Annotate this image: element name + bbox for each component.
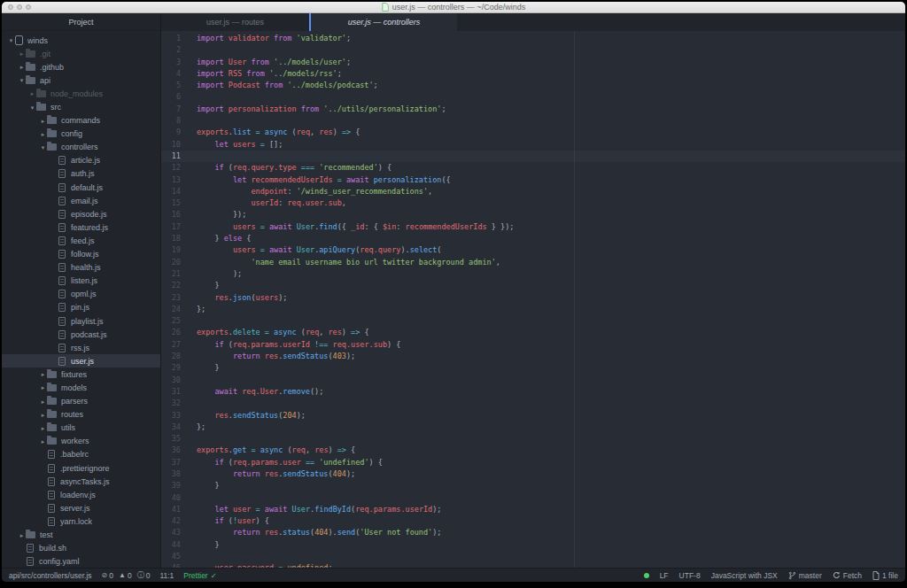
tree-item-server-js[interactable]: server.js: [2, 501, 160, 514]
code-line-8[interactable]: 8: [161, 115, 905, 127]
tree-item-user-js[interactable]: user.js: [2, 354, 160, 368]
tree-item-prettierignore[interactable]: .prettierignore: [2, 461, 160, 475]
tree-item-auth-js[interactable]: auth.js: [2, 167, 160, 181]
code-line-27[interactable]: 27 if (req.params.userId !== req.user.su…: [161, 339, 905, 351]
tree-item-utils[interactable]: ▸ utils: [2, 422, 160, 435]
tree-item-node-modules[interactable]: ▸ node_modules: [2, 87, 160, 100]
code-line-17[interactable]: 17 users = await User.find({ _id: { $in:…: [161, 221, 905, 233]
tree-item-email-js[interactable]: email.js: [2, 194, 160, 207]
code-line-39[interactable]: 39 }: [161, 480, 905, 491]
tree-item-workers[interactable]: ▸ workers: [2, 435, 160, 448]
tree-item-default-js[interactable]: default.js: [2, 181, 160, 194]
info-count[interactable]: ⓘ0: [137, 570, 151, 580]
grammar-selector[interactable]: JavaScript with JSX: [711, 571, 778, 580]
code-line-6[interactable]: 6: [161, 91, 905, 103]
tree-item-config[interactable]: ▸ config: [2, 128, 160, 141]
code-line-9[interactable]: 9 exports.list = async (req, res) => {: [161, 127, 905, 138]
code-line-43[interactable]: 43 return res.status(404).send('User not…: [161, 527, 905, 538]
code-line-1[interactable]: 1 import validator from 'validator';: [161, 33, 905, 44]
error-count[interactable]: ⊘0: [102, 571, 113, 580]
tree-item-yarn-lock[interactable]: yarn.lock: [2, 514, 160, 528]
tab-user-js-controllers[interactable]: user.js — controllers: [309, 13, 457, 31]
code-line-33[interactable]: 33 res.sendStatus(204);: [161, 410, 905, 422]
code-line-40[interactable]: 40: [161, 492, 905, 504]
tree-item-routes[interactable]: ▸ routes: [2, 408, 160, 422]
tab-user-js-routes[interactable]: user.js — routes: [161, 13, 309, 31]
encoding-selector[interactable]: UTF-8: [679, 571, 701, 580]
tree-item-parsers[interactable]: ▸ parsers: [2, 395, 160, 408]
tree-item-models[interactable]: ▸ models: [2, 381, 160, 394]
cursor-position[interactable]: 11:1: [159, 571, 174, 580]
file-path[interactable]: api/src/controllers/user.js: [9, 571, 92, 580]
code-line-14[interactable]: 14 endpoint: '/winds_user_recommendation…: [161, 186, 905, 197]
tree-item-fixtures[interactable]: ▸ fixtures: [2, 368, 160, 381]
code-line-45[interactable]: 45: [161, 551, 905, 562]
code-line-10[interactable]: 10 let users = [];: [161, 139, 905, 151]
changed-files-status[interactable]: 1 file: [872, 571, 898, 580]
tree-item-featured-js[interactable]: featured.js: [2, 220, 160, 234]
tree-item-github[interactable]: ▸ .github: [2, 60, 160, 74]
tree-item-episode-js[interactable]: episode.js: [2, 207, 160, 220]
prettier-status[interactable]: Prettier ✓: [183, 571, 217, 580]
warning-count[interactable]: ▲0: [119, 571, 132, 580]
tree-item-git[interactable]: ▸ .git: [2, 47, 160, 60]
code-line-42[interactable]: 42 if (!user) {: [161, 515, 905, 527]
tree-item-controllers[interactable]: ▾ controllers: [2, 141, 160, 154]
close-window-button[interactable]: [8, 4, 13, 10]
tree-item-babelrc[interactable]: .babelrc: [2, 448, 160, 461]
tree-item-listen-js[interactable]: listen.js: [2, 275, 160, 288]
editor-pane[interactable]: 1 import validator from 'validator'; 2 3…: [161, 31, 905, 568]
code-line-2[interactable]: 2: [161, 44, 905, 56]
tree-item-article-js[interactable]: article.js: [2, 154, 160, 167]
code-line-3[interactable]: 3 import User from '../models/user';: [161, 57, 905, 68]
code-line-12[interactable]: 12 if (req.query.type === 'recommended')…: [161, 162, 905, 174]
code-line-25[interactable]: 25: [161, 315, 905, 327]
tree-item-feed-js[interactable]: feed.js: [2, 234, 160, 247]
tree-item-commands[interactable]: ▸ commands: [2, 114, 160, 128]
code-line-32[interactable]: 32: [161, 398, 905, 409]
tree-item-opml-js[interactable]: opml.js: [2, 288, 160, 301]
code-line-36[interactable]: 36 exports.get = async (req, res) => {: [161, 445, 905, 456]
code-line-20[interactable]: 20 'name email username bio url twitter …: [161, 257, 905, 268]
git-fetch-button[interactable]: Fetch: [833, 571, 862, 580]
tree-item-winds[interactable]: ▾ winds: [2, 34, 160, 47]
code-line-31[interactable]: 31 await req.User.remove();: [161, 386, 905, 398]
minimize-window-button[interactable]: [17, 4, 22, 10]
code-line-30[interactable]: 30: [161, 375, 905, 386]
tree-item-asynctasks-js[interactable]: asyncTasks.js: [2, 475, 160, 488]
code-line-29[interactable]: 29 }: [161, 362, 905, 374]
diagnostics[interactable]: ⊘0▲0ⓘ0: [102, 570, 151, 580]
tree-item-api[interactable]: ▾ api: [2, 74, 160, 87]
code-line-7[interactable]: 7 import personalization from '../utils/…: [161, 104, 905, 115]
code-line-34[interactable]: 34 };: [161, 422, 905, 433]
tree-item-pin-js[interactable]: pin.js: [2, 301, 160, 314]
git-branch-status[interactable]: master: [788, 571, 822, 580]
code-line-44[interactable]: 44 }: [161, 539, 905, 551]
code-line-26[interactable]: 26 exports.delete = async (req, res) => …: [161, 327, 905, 338]
tree-item-health-js[interactable]: health.js: [2, 261, 160, 275]
code-line-19[interactable]: 19 users = await User.apiQuery(req.query…: [161, 244, 905, 256]
code-line-35[interactable]: 35: [161, 433, 905, 445]
tree-item-playlist-js[interactable]: playlist.js: [2, 314, 160, 328]
tree-item-test[interactable]: ▸ test: [2, 528, 160, 541]
tree-item-rss-js[interactable]: rss.js: [2, 341, 160, 354]
code-line-18[interactable]: 18 } else {: [161, 233, 905, 244]
code-line-38[interactable]: 38 return res.sendStatus(404);: [161, 468, 905, 480]
code-line-4[interactable]: 4 import RSS from '../models/rss';: [161, 68, 905, 80]
code-line-23[interactable]: 23 res.json(users);: [161, 292, 905, 304]
code-line-24[interactable]: 24 };: [161, 304, 905, 315]
code-line-16[interactable]: 16 });: [161, 209, 905, 220]
code-line-13[interactable]: 13 let recommendedUserIds = await person…: [161, 174, 905, 186]
line-ending-selector[interactable]: LF: [660, 571, 669, 580]
zoom-window-button[interactable]: [26, 4, 31, 10]
code-line-15[interactable]: 15 userId: req.user.sub,: [161, 197, 905, 209]
code-line-5[interactable]: 5 import Podcast from '../models/podcast…: [161, 80, 905, 91]
tree-item-build-sh[interactable]: build.sh: [2, 542, 160, 555]
code-line-41[interactable]: 41 let user = await User.findById(req.pa…: [161, 504, 905, 515]
tree-item-config-yaml[interactable]: config.yaml: [2, 555, 160, 568]
code-line-21[interactable]: 21 );: [161, 268, 905, 280]
code-line-11[interactable]: 11: [161, 151, 905, 162]
tree-item-follow-js[interactable]: follow.js: [2, 248, 160, 261]
tree-item-loadenv-js[interactable]: loadenv.js: [2, 488, 160, 501]
tree-item-src[interactable]: ▾ src: [2, 100, 160, 113]
